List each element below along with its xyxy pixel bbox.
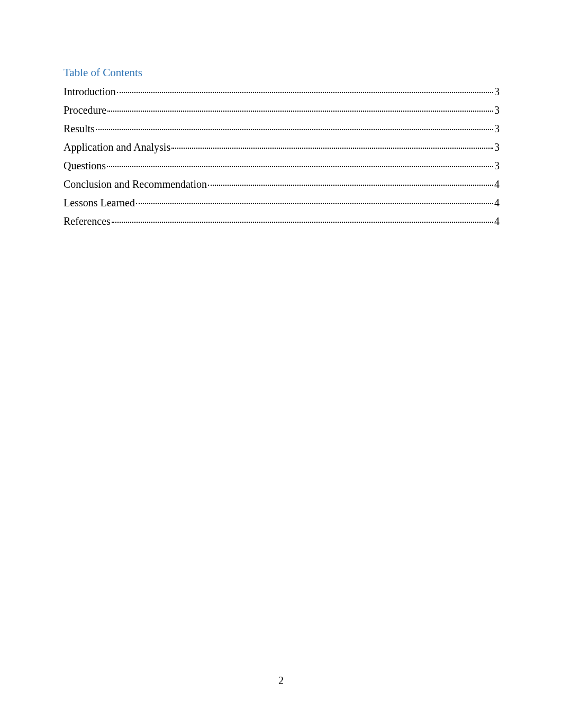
toc-entry-label: Application and Analysis: [64, 138, 170, 157]
toc-leader-dots: [117, 92, 493, 93]
page-number: 2: [0, 675, 562, 687]
toc-entry-page: 4: [494, 175, 500, 194]
toc-entry-page: 3: [494, 101, 500, 120]
toc-entry: Procedure 3: [64, 101, 500, 120]
toc-leader-dots: [107, 111, 493, 112]
toc-entry-page: 3: [494, 157, 500, 175]
toc-entry-label: Procedure: [64, 101, 106, 120]
toc-entry-label: Results: [64, 120, 95, 138]
toc-leader-dots: [112, 222, 493, 223]
toc-entry-label: Introduction: [64, 83, 116, 101]
toc-entry-label: Questions: [64, 157, 106, 175]
toc-list: Introduction 3 Procedure 3 Results 3 App…: [64, 83, 500, 231]
toc-entry: Application and Analysis 3: [64, 138, 500, 157]
toc-entry: Conclusion and Recommendation 4: [64, 175, 500, 194]
toc-entry-label: Lessons Learned: [64, 194, 135, 212]
toc-entry-page: 3: [494, 83, 500, 101]
toc-entry: Questions 3: [64, 157, 500, 175]
toc-entry-label: References: [64, 212, 111, 231]
toc-entry-page: 3: [494, 120, 500, 138]
toc-leader-dots: [136, 203, 493, 204]
toc-leader-dots: [107, 166, 493, 167]
toc-entry: References 4: [64, 212, 500, 231]
toc-entry-page: 4: [494, 194, 500, 212]
toc-entry: Introduction 3: [64, 83, 500, 101]
toc-entry: Results 3: [64, 120, 500, 138]
toc-entry-label: Conclusion and Recommendation: [64, 175, 207, 194]
toc-leader-dots: [96, 129, 493, 130]
toc-entry-page: 4: [494, 212, 500, 231]
toc-entry: Lessons Learned 4: [64, 194, 500, 212]
toc-leader-dots: [171, 148, 493, 149]
toc-entry-page: 3: [494, 138, 500, 157]
toc-heading: Table of Contents: [64, 66, 500, 79]
toc-leader-dots: [208, 185, 493, 186]
